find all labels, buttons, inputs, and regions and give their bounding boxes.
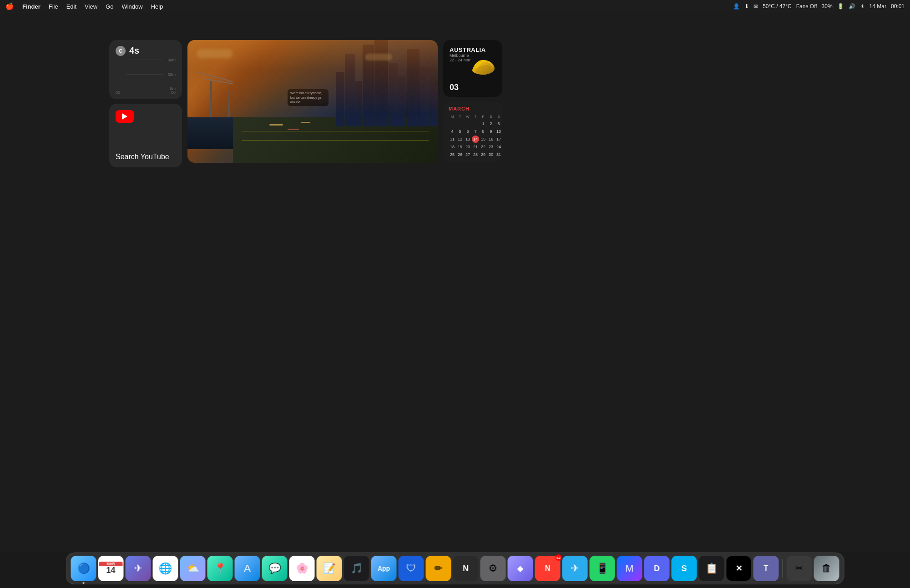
- date-display: 14 Mar: [870, 3, 886, 10]
- dock-ai[interactable]: ◆: [508, 556, 533, 581]
- cal-day-21: 21: [472, 143, 479, 151]
- cal-header-t1: T: [456, 114, 464, 120]
- dock-finder[interactable]: 🔵: [71, 556, 96, 581]
- menubar-left: 🍎 Finder File Edit View Go Window Help: [5, 2, 163, 10]
- file-menu[interactable]: File: [49, 3, 58, 10]
- right-widgets: AUSTRALIA Melbourne 22 - 24 Mar: [443, 40, 502, 163]
- cal-day-17: 17: [495, 136, 502, 143]
- download-icon[interactable]: ⬇: [744, 3, 749, 10]
- chart-label-0m: 0m: [170, 86, 176, 91]
- golden-shape: [468, 54, 500, 79]
- timer-bottom-labels: 00 06: [116, 90, 176, 95]
- cal-day-1: 1: [480, 120, 487, 127]
- cal-empty-2: [456, 120, 464, 127]
- chart-label-30m: 30m: [167, 72, 176, 77]
- edit-menu[interactable]: Edit: [66, 3, 76, 10]
- cal-day-7: 7: [472, 128, 479, 135]
- cal-day-23: 23: [487, 143, 495, 151]
- dock-bitwarden[interactable]: 🛡: [399, 556, 424, 581]
- timer-widget: C 4s 60m 30m 0m 00: [109, 40, 182, 99]
- window-menu[interactable]: Window: [121, 3, 142, 10]
- dock-telegram[interactable]: ✈: [562, 556, 588, 581]
- australia-number: 03: [450, 83, 459, 92]
- dock-applenotes[interactable]: 📋: [699, 556, 724, 581]
- menubar: 🍎 Finder File Edit View Go Window Help 👤…: [0, 0, 910, 13]
- cal-day-27: 27: [464, 151, 471, 158]
- person-icon[interactable]: 👤: [733, 3, 740, 10]
- youtube-icon[interactable]: [116, 110, 134, 123]
- cal-day-26: 26: [456, 151, 464, 158]
- city-image-widget: We're not everywhere, but we can already…: [187, 40, 438, 163]
- cal-day-16: 16: [487, 136, 495, 143]
- cal-day-6: 6: [464, 128, 471, 135]
- dock-trash[interactable]: 🗑: [814, 556, 839, 581]
- cal-day-10: 10: [495, 128, 502, 135]
- cal-day-31: 31: [495, 151, 502, 158]
- dock-music[interactable]: 🎵: [344, 556, 369, 581]
- calendar-month: MARCH: [449, 106, 497, 111]
- youtube-widget[interactable]: Search YouTube: [109, 104, 182, 167]
- calendar-grid: M T W T F S S 1 2 3 4: [449, 114, 497, 158]
- dock-whatsapp[interactable]: 📱: [590, 556, 615, 581]
- help-menu[interactable]: Help: [151, 3, 163, 10]
- cal-day-28: 28: [472, 151, 479, 158]
- dock-maps[interactable]: 📍: [207, 556, 233, 581]
- cal-day-22: 22: [480, 143, 487, 151]
- battery-percent: 30%: [822, 3, 833, 10]
- cal-header-s2: S: [495, 114, 502, 120]
- cal-day-11: 11: [449, 136, 456, 143]
- cal-day-13: 13: [464, 136, 471, 143]
- volume-icon[interactable]: 🔊: [849, 3, 855, 10]
- dock-chrome[interactable]: 🌐: [153, 556, 178, 581]
- cal-day-19: 19: [456, 143, 464, 151]
- cal-day-2: 2: [487, 120, 495, 127]
- apple-menu[interactable]: 🍎: [5, 2, 14, 10]
- youtube-label: Search YouTube: [116, 152, 169, 161]
- mail-icon[interactable]: ✉: [753, 3, 758, 10]
- calendar-widget: MARCH M T W T F S S 1 2: [443, 101, 502, 163]
- cal-empty-4: [472, 120, 479, 127]
- cal-header-m: M: [449, 114, 456, 120]
- timer-chart: 60m 30m 0m 00 06: [116, 60, 176, 91]
- dock-discord[interactable]: D: [644, 556, 670, 581]
- cal-header-s1: S: [487, 114, 495, 120]
- widgets-container: C 4s 60m 30m 0m 00: [109, 40, 502, 167]
- cal-day-18: 18: [449, 143, 456, 151]
- dock-weather[interactable]: ⛅: [180, 556, 206, 581]
- cal-day-14-today: 14: [472, 136, 479, 143]
- cloud-2: [365, 54, 392, 60]
- dock-settings[interactable]: ⚙: [480, 556, 506, 581]
- dock-skype[interactable]: S: [672, 556, 697, 581]
- dock-nomad[interactable]: N: [453, 556, 479, 581]
- dock-photos[interactable]: 🌸: [289, 556, 315, 581]
- left-widgets: C 4s 60m 30m 0m 00: [109, 40, 182, 167]
- dock-teams[interactable]: T: [753, 556, 779, 581]
- dock-messages[interactable]: 💬: [262, 556, 288, 581]
- chart-label-00: 00: [116, 90, 120, 95]
- dock-appstore2[interactable]: App: [371, 556, 397, 581]
- go-menu[interactable]: Go: [106, 3, 113, 10]
- cloud-1: [197, 49, 233, 58]
- dock-separator: [783, 559, 783, 578]
- time-display: 00:01: [891, 3, 905, 10]
- dock-news[interactable]: N 62: [535, 556, 561, 581]
- cal-day-4: 4: [449, 128, 456, 135]
- cal-day-30: 30: [487, 151, 495, 158]
- cal-empty-1: [449, 120, 456, 127]
- dock-notes[interactable]: 📝: [317, 556, 342, 581]
- dock-calendar[interactable]: MAR 14: [98, 556, 124, 581]
- menubar-right: 👤 ⬇ ✉ 50°C / 47°C Fans Off 30% 🔋 🔊 ☀ 14 …: [733, 3, 905, 10]
- cal-day-12: 12: [456, 136, 464, 143]
- dock-appstore[interactable]: A: [235, 556, 260, 581]
- dock-sketch[interactable]: ✏: [426, 556, 451, 581]
- dock-x[interactable]: ✕: [726, 556, 752, 581]
- dock-scissors[interactable]: ✂: [787, 556, 812, 581]
- finder-menu[interactable]: Finder: [22, 3, 40, 10]
- cal-header-f: F: [480, 114, 487, 120]
- dock-messenger[interactable]: M: [617, 556, 642, 581]
- brightness-icon[interactable]: ☀: [860, 3, 865, 10]
- timer-value: 4s: [129, 45, 139, 56]
- view-menu[interactable]: View: [85, 3, 97, 10]
- chart-label-60m: 60m: [167, 58, 176, 62]
- dock-spark[interactable]: ✈: [126, 556, 151, 581]
